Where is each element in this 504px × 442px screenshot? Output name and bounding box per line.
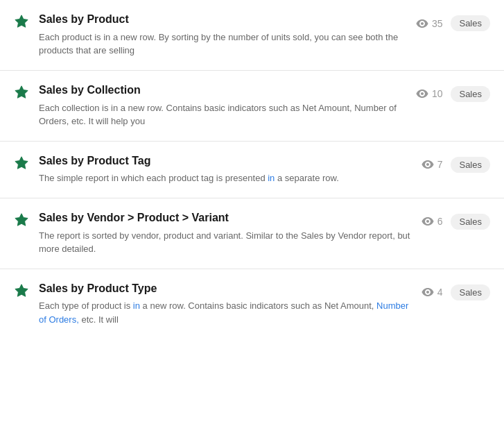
report-content: Sales by Product TypeEach type of produc… <box>39 282 412 327</box>
report-meta: 10 Sales <box>416 86 490 102</box>
desc-link[interactable]: in <box>268 173 275 183</box>
view-count: 6 <box>422 216 443 227</box>
report-item[interactable]: Sales by Product TagThe simple report in… <box>0 142 504 198</box>
desc-link-2[interactable]: Number of Orders, <box>39 300 408 325</box>
svg-marker-3 <box>15 214 28 226</box>
report-item[interactable]: Sales by CollectionEach collection is in… <box>0 71 504 142</box>
desc-link[interactable]: in <box>133 300 140 311</box>
report-content: Sales by Vendor > Product > VariantThe r… <box>39 211 412 256</box>
svg-marker-4 <box>15 284 28 296</box>
report-content: Sales by Product TagThe simple report in… <box>39 154 412 185</box>
category-badge[interactable]: Sales <box>451 284 490 300</box>
category-badge[interactable]: Sales <box>451 86 490 102</box>
report-list: Sales by ProductEach product is in a new… <box>0 0 504 339</box>
view-count: 7 <box>422 159 443 170</box>
report-meta: 35 Sales <box>416 15 490 31</box>
report-description: The simple report in which each product … <box>39 171 412 185</box>
report-title[interactable]: Sales by Product Type <box>39 282 412 296</box>
star-icon[interactable] <box>14 155 29 171</box>
report-content: Sales by CollectionEach collection is in… <box>39 83 406 128</box>
svg-marker-0 <box>15 15 28 27</box>
report-title[interactable]: Sales by Product Tag <box>39 154 412 169</box>
eye-icon <box>416 89 428 99</box>
eye-icon <box>422 287 434 297</box>
category-badge[interactable]: Sales <box>451 15 490 31</box>
report-description: Each type of product is in a new row. Co… <box>39 299 412 326</box>
view-number: 4 <box>437 287 443 298</box>
svg-marker-2 <box>15 156 28 168</box>
eye-icon <box>422 216 434 226</box>
report-title[interactable]: Sales by Vendor > Product > Variant <box>39 211 412 226</box>
report-description: The report is sorted by vendor, product … <box>39 229 412 256</box>
report-meta: 7 Sales <box>422 157 490 173</box>
report-title[interactable]: Sales by Product <box>39 12 406 27</box>
report-description: Each collection is in a new row. Contain… <box>39 101 406 128</box>
view-number: 7 <box>437 159 443 170</box>
view-count: 35 <box>416 18 443 29</box>
view-count: 4 <box>422 287 443 298</box>
report-meta: 4 Sales <box>422 284 490 300</box>
report-description: Each product is in a new row. By sorting… <box>39 31 406 58</box>
report-content: Sales by ProductEach product is in a new… <box>39 12 406 58</box>
report-title[interactable]: Sales by Collection <box>39 83 406 98</box>
view-number: 10 <box>432 88 443 99</box>
report-item[interactable]: Sales by ProductEach product is in a new… <box>0 0 504 71</box>
view-number: 35 <box>432 18 443 29</box>
view-count: 10 <box>416 88 443 99</box>
report-meta: 6 Sales <box>422 214 490 230</box>
star-icon[interactable] <box>14 212 29 228</box>
category-badge[interactable]: Sales <box>451 157 490 173</box>
report-item[interactable]: Sales by Product TypeEach type of produc… <box>0 269 504 339</box>
category-badge[interactable]: Sales <box>451 214 490 230</box>
view-number: 6 <box>437 216 443 227</box>
star-icon[interactable] <box>14 283 29 298</box>
star-icon[interactable] <box>14 85 29 100</box>
report-item[interactable]: Sales by Vendor > Product > VariantThe r… <box>0 198 504 269</box>
svg-marker-1 <box>15 86 28 98</box>
star-icon[interactable] <box>14 14 29 29</box>
eye-icon <box>422 160 434 169</box>
eye-icon <box>416 19 428 28</box>
